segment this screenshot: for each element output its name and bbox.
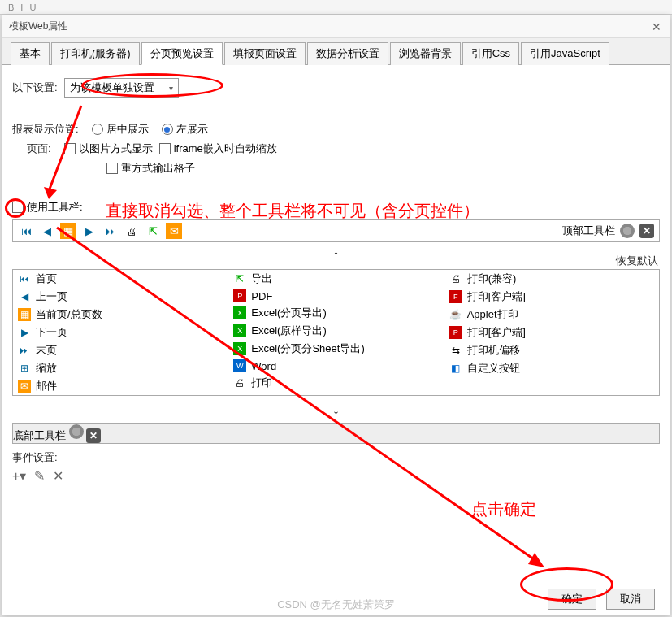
arrow-up-icon: ↑: [12, 247, 660, 264]
item-printer-offset[interactable]: ⇆打印机偏移: [444, 341, 659, 359]
tab-analysis[interactable]: 数据分析设置: [307, 42, 388, 65]
delete-icon[interactable]: ✕: [639, 224, 654, 238]
tab-strip: 基本 打印机(服务器) 分页预览设置 填报页面设置 数据分析设置 浏览器背景 引…: [2, 38, 670, 65]
titlebar: 模板Web属性 ✕: [2, 15, 670, 38]
ok-button[interactable]: 确定: [548, 589, 596, 610]
chk-iframe-auto[interactable]: iframe嵌入时自动缩放: [159, 141, 277, 156]
item-word[interactable]: WWord: [228, 358, 443, 374]
item-applet-print[interactable]: ☕Applet打印: [444, 306, 659, 324]
chk-iframe-label: iframe嵌入时自动缩放: [174, 141, 277, 156]
dialog-title: 模板Web属性: [9, 20, 650, 33]
bottom-toolbar-strip: 底部工具栏 ✕: [12, 423, 660, 444]
radio-icon: [162, 124, 173, 135]
checkbox-icon: [64, 143, 76, 154]
item-pdf[interactable]: PPDF: [228, 288, 443, 304]
below-label: 以下设置:: [12, 80, 58, 95]
tab-css[interactable]: 引用Css: [462, 42, 519, 65]
item-prev-page[interactable]: ◀上一页: [13, 288, 228, 306]
bottom-toolbar-right: 底部工具栏 ✕: [13, 424, 101, 443]
item-next-page[interactable]: ▶下一页: [13, 324, 228, 341]
grid-col-3: 🖨打印(兼容) F打印[客户端] ☕Applet打印 P打印[客户端] ⇆打印机…: [444, 270, 659, 395]
row-below-setting: 以下设置: 为该模板单独设置 ▾: [12, 78, 660, 98]
item-zoom[interactable]: ⊞缩放: [13, 359, 228, 377]
bottom-toolbar-label: 底部工具栏: [13, 429, 66, 441]
next-page-icon[interactable]: ▶: [81, 223, 98, 239]
radio-icon: [92, 124, 103, 135]
chk-heavy-label: 重方式输出格子: [121, 161, 195, 176]
row-heavy: 重方式输出格子: [59, 161, 660, 176]
restore-default-link[interactable]: 恢复默认: [616, 254, 658, 268]
add-event-icon[interactable]: +▾: [12, 468, 26, 484]
row-page: 页面: 以图片方式显示 iframe嵌入时自动缩放: [59, 141, 660, 156]
tab-printer[interactable]: 打印机(服务器): [51, 42, 140, 65]
last-page-icon[interactable]: ⏭: [102, 223, 119, 239]
edit-event-icon[interactable]: ✎: [34, 468, 45, 484]
remove-event-icon[interactable]: ✕: [53, 468, 63, 484]
export-icon[interactable]: ⇱: [145, 223, 161, 239]
settings-dropdown[interactable]: 为该模板单独设置 ▾: [64, 78, 179, 98]
row-position: 报表显示位置: 居中展示 左展示: [12, 122, 660, 137]
chk-toolbar-label: 使用工具栏:: [27, 200, 83, 215]
delete-icon[interactable]: ✕: [86, 428, 101, 443]
row-use-toolbar: 使用工具栏:: [12, 200, 660, 215]
top-toolbar-right: 顶部工具栏 ✕: [557, 224, 659, 238]
top-toolbar-strip: ⏮ ◀ ▦ ▶ ⏭ 🖨 ⇱ ✉ 顶部工具栏 ✕: [12, 219, 660, 242]
item-first-page[interactable]: ⏮首页: [13, 270, 228, 288]
event-buttons: +▾ ✎ ✕: [12, 468, 660, 484]
dropdown-value: 为该模板单独设置: [70, 80, 154, 95]
item-excel-sheet[interactable]: XExcel(分页分Sheet导出): [228, 340, 443, 358]
checkbox-icon: [12, 202, 24, 213]
grid-col-1: ⏮首页 ◀上一页 ▦当前页/总页数 ▶下一页 ⏭末页 ⊞缩放 ✉邮件: [13, 270, 228, 395]
item-export[interactable]: ⇱导出: [228, 270, 443, 288]
item-print-client2[interactable]: P打印[客户端]: [444, 324, 659, 341]
item-current-page[interactable]: ▦当前页/总页数: [13, 306, 228, 324]
arrow-down-icon: ↓: [12, 401, 660, 418]
events-section: 事件设置: +▾ ✎ ✕: [12, 450, 660, 484]
mail-icon[interactable]: ✉: [166, 223, 182, 239]
events-label: 事件设置:: [12, 451, 58, 463]
prev-page-icon[interactable]: ◀: [39, 223, 55, 239]
position-radio-group: 居中展示 左展示: [92, 122, 208, 137]
first-page-icon[interactable]: ⏮: [18, 223, 34, 239]
app-toolbar-bg: BIU: [0, 0, 672, 15]
radio-center[interactable]: 居中展示: [92, 122, 149, 137]
item-custom-btn[interactable]: ◧自定义按钮: [444, 359, 659, 377]
position-label: 报表显示位置:: [12, 122, 79, 137]
dialog-footer: 确定 取消: [548, 589, 655, 610]
chk-image-display[interactable]: 以图片方式显示: [64, 141, 153, 156]
radio-center-label: 居中展示: [106, 122, 149, 137]
dialog: 模板Web属性 ✕ 基本 打印机(服务器) 分页预览设置 填报页面设置 数据分析…: [2, 15, 670, 615]
item-print[interactable]: 🖨打印: [228, 374, 443, 392]
item-excel-page[interactable]: XExcel(分页导出): [228, 304, 443, 322]
print-icon[interactable]: 🖨: [124, 223, 140, 239]
checkbox-icon: [159, 143, 171, 154]
cancel-button[interactable]: 取消: [606, 589, 655, 610]
tab-fill[interactable]: 填报页面设置: [224, 42, 306, 65]
gear-icon[interactable]: [69, 424, 84, 439]
chk-use-toolbar[interactable]: 使用工具栏:: [12, 200, 83, 215]
gear-icon[interactable]: [620, 224, 635, 238]
grid-col-2: ⇱导出 PPDF XExcel(分页导出) XExcel(原样导出) XExce…: [228, 270, 444, 395]
tab-page-preview[interactable]: 分页预览设置: [141, 42, 223, 65]
tab-browser-bg[interactable]: 浏览器背景: [390, 42, 461, 65]
radio-left[interactable]: 左展示: [162, 122, 208, 137]
item-mail[interactable]: ✉邮件: [13, 377, 228, 395]
page-label: 页面:: [27, 141, 51, 156]
close-icon[interactable]: ✕: [650, 20, 663, 33]
content-area: 以下设置: 为该模板单独设置 ▾ 报表显示位置: 居中展示 左展示 页面:: [2, 65, 670, 599]
item-last-page[interactable]: ⏭末页: [13, 341, 228, 359]
item-print-client1[interactable]: F打印[客户端]: [444, 288, 659, 306]
item-print-compat[interactable]: 🖨打印(兼容): [444, 270, 659, 288]
watermark: CSDN @无名无姓萧策罗: [277, 597, 395, 612]
chk-image-label: 以图片方式显示: [79, 141, 153, 156]
tab-basic[interactable]: 基本: [11, 42, 50, 65]
radio-left-label: 左展示: [176, 122, 208, 137]
chevron-down-icon: ▾: [169, 84, 173, 93]
toolbar-items-grid: ⏮首页 ◀上一页 ▦当前页/总页数 ▶下一页 ⏭末页 ⊞缩放 ✉邮件 ⇱导出 P…: [12, 269, 660, 396]
item-excel-orig[interactable]: XExcel(原样导出): [228, 322, 443, 340]
current-page-icon[interactable]: ▦: [60, 223, 76, 239]
toolbar-icons: ⏮ ◀ ▦ ▶ ⏭ 🖨 ⇱ ✉: [13, 223, 187, 239]
chk-heavy-output[interactable]: 重方式输出格子: [106, 161, 195, 176]
top-toolbar-label: 顶部工具栏: [562, 224, 615, 238]
tab-js[interactable]: 引用JavaScript: [521, 42, 609, 65]
